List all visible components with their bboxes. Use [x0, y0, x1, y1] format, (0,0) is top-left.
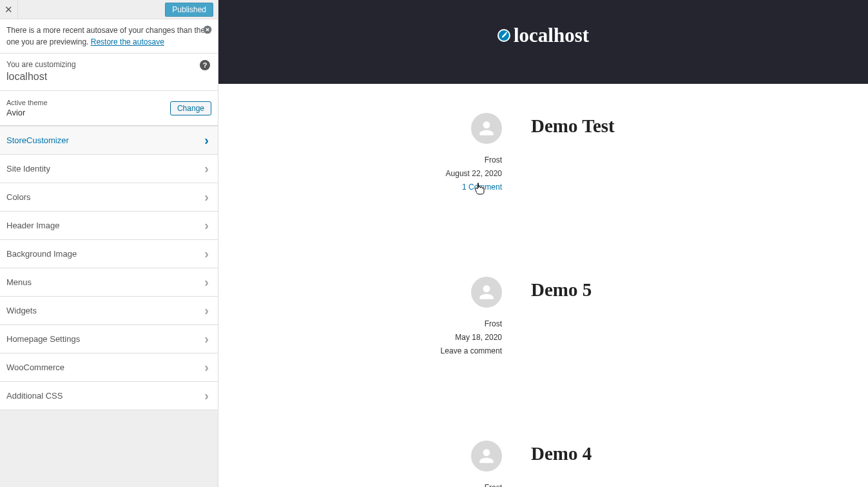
post-author[interactable]: Frost [485, 155, 502, 164]
chevron-right-icon: › [204, 133, 209, 148]
menu-item-label: WooCommerce [6, 363, 64, 372]
menu-item-storecustomizer[interactable]: StoreCustomizer› [0, 126, 218, 155]
active-theme-name: Avior [6, 108, 48, 117]
change-theme-button[interactable]: Change [170, 101, 211, 115]
menu-item-header-image[interactable]: Header Image› [0, 212, 218, 240]
menu-item-label: Homepage Settings [6, 334, 80, 344]
chevron-right-icon: › [204, 332, 209, 346]
chevron-right-icon: › [204, 190, 209, 204]
post-date[interactable]: August 22, 2020 [446, 169, 502, 178]
customizer-sidebar: ✕ Published There is a more recent autos… [0, 0, 218, 487]
site-title[interactable]: localhost [514, 24, 589, 47]
menu-item-woocommerce[interactable]: WooCommerce› [0, 353, 218, 382]
dismiss-notice-icon[interactable] [202, 25, 213, 35]
post-title[interactable]: Demo 4 [531, 441, 855, 464]
sidebar-top-bar: ✕ Published [0, 0, 218, 19]
menu-item-widgets[interactable]: Widgets› [0, 297, 218, 325]
publish-status-button[interactable]: Published [165, 3, 213, 17]
post: FrostAugust 22, 20201 CommentDemo Test [231, 113, 855, 196]
chevron-right-icon: › [204, 303, 209, 318]
active-theme-label: Active theme [6, 99, 48, 106]
customizing-label: You are customizing [6, 60, 209, 69]
author-avatar[interactable] [471, 113, 502, 144]
post-comments-link[interactable]: Leave a comment [441, 346, 502, 355]
chevron-right-icon: › [204, 246, 209, 261]
post: FrostMay 18, 2020Leave a commentDemo 4 [231, 441, 855, 487]
menu-item-site-identity[interactable]: Site Identity› [0, 155, 218, 183]
chevron-right-icon: › [204, 218, 209, 233]
menu-item-label: Additional CSS [6, 391, 63, 401]
post-title[interactable]: Demo 5 [531, 277, 855, 301]
post-meta: FrostMay 18, 2020Leave a comment [231, 277, 502, 360]
menu-item-background-image[interactable]: Background Image› [0, 240, 218, 268]
menu-item-label: Menus [6, 277, 32, 287]
posts-list: FrostAugust 22, 20201 CommentDemo TestFr… [218, 84, 868, 487]
chevron-right-icon: › [204, 275, 209, 290]
menu-item-homepage-settings[interactable]: Homepage Settings› [0, 325, 218, 353]
autosave-notice: There is a more recent autosave of your … [0, 19, 218, 54]
menu-item-label: StoreCustomizer [6, 135, 69, 145]
post-meta: FrostMay 18, 2020Leave a comment [231, 441, 502, 487]
customizer-menu: StoreCustomizer›Site Identity›Colors›Hea… [0, 126, 218, 410]
customizing-info: You are customizing localhost ? [0, 54, 218, 91]
post-date[interactable]: May 18, 2020 [455, 333, 502, 342]
close-customizer-button[interactable]: ✕ [0, 0, 18, 19]
site-header: localhost [218, 0, 868, 84]
author-avatar[interactable] [471, 441, 502, 472]
post-meta: FrostAugust 22, 20201 Comment [231, 113, 502, 196]
post: FrostMay 18, 2020Leave a commentDemo 5 [231, 277, 855, 360]
chevron-right-icon: › [204, 161, 209, 176]
post-title[interactable]: Demo Test [531, 113, 855, 137]
menu-item-additional-css[interactable]: Additional CSS› [0, 382, 218, 410]
help-icon[interactable]: ? [200, 60, 210, 70]
author-avatar[interactable] [471, 277, 502, 308]
menu-item-label: Header Image [6, 221, 59, 230]
post-author[interactable]: Frost [485, 483, 502, 487]
chevron-right-icon: › [204, 388, 209, 403]
menu-item-label: Background Image [6, 249, 77, 259]
theme-info: Active theme Avior Change [0, 91, 218, 126]
post-author[interactable]: Frost [485, 319, 502, 328]
customizing-site-name: localhost [6, 71, 209, 83]
menu-item-colors[interactable]: Colors› [0, 183, 218, 212]
edit-pencil-icon[interactable] [497, 29, 510, 42]
menu-item-label: Colors [6, 192, 31, 202]
site-preview: localhost FrostAugust 22, 20201 CommentD… [218, 0, 868, 487]
mouse-cursor-icon [474, 183, 485, 195]
menu-item-menus[interactable]: Menus› [0, 268, 218, 297]
menu-item-label: Widgets [6, 306, 37, 315]
menu-item-label: Site Identity [6, 164, 50, 174]
chevron-right-icon: › [204, 360, 209, 375]
restore-autosave-link[interactable]: Restore the autosave [91, 37, 164, 46]
